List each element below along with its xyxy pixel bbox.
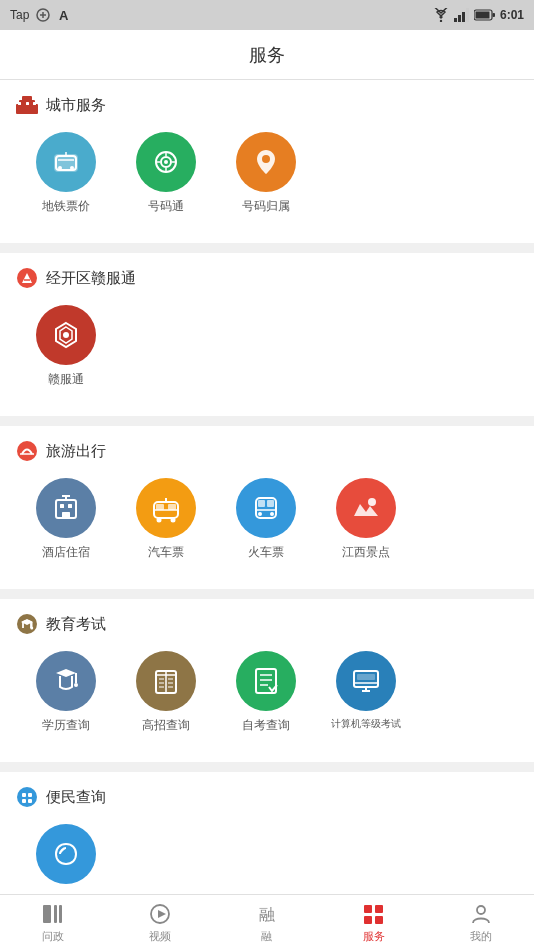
svg-rect-51 (22, 793, 26, 797)
computer-icon (350, 665, 382, 697)
phone-label: 号码通 (148, 198, 184, 215)
svg-rect-37 (258, 500, 265, 507)
list-item[interactable]: 学历查询 (16, 651, 116, 734)
svg-rect-8 (475, 12, 489, 19)
selfexam-label: 自考查询 (242, 717, 290, 734)
list-item[interactable] (16, 824, 116, 890)
person-icon (469, 902, 493, 926)
train-icon-circle (236, 478, 296, 538)
svg-point-19 (70, 166, 74, 170)
nav-item-wenzheng[interactable]: 问政 (0, 895, 107, 950)
section-education-header: 教育考试 (0, 599, 534, 645)
section-city-header: 城市服务 (0, 80, 534, 126)
svg-rect-43 (31, 622, 33, 627)
svg-point-34 (157, 518, 162, 523)
bus-icon-circle (136, 478, 196, 538)
ganfu-label: 赣服通 (48, 371, 84, 388)
education-grid: 学历查询 高招查询 (0, 645, 534, 762)
jingkai-section-title: 经开区赣服通 (46, 269, 136, 288)
svg-rect-13 (18, 102, 21, 105)
degree-label: 学历查询 (42, 717, 90, 734)
list-item[interactable]: 高招查询 (116, 651, 216, 734)
jingkai-section-icon (16, 267, 38, 289)
list-item[interactable]: 酒店住宿 (16, 478, 116, 561)
svg-rect-6 (466, 8, 469, 22)
metro-icon-circle (36, 132, 96, 192)
nav-label-video: 视频 (149, 929, 171, 944)
list-item[interactable]: 计算机等级考试 (316, 651, 416, 734)
svg-rect-14 (26, 102, 29, 105)
svg-rect-61 (375, 905, 383, 913)
computer-icon-circle (336, 651, 396, 711)
header: 服务 (0, 30, 534, 80)
grid-icon (362, 902, 386, 926)
location-label: 号码归属 (242, 198, 290, 215)
nav-item-fuwu[interactable]: 服务 (320, 895, 427, 950)
svg-point-39 (258, 512, 262, 516)
section-convenience: 便民查询 (0, 772, 534, 894)
section-travel: 旅游出行 酒店住宿 (0, 426, 534, 589)
svg-rect-62 (364, 916, 372, 924)
battery-icon (474, 9, 496, 21)
time: 6:01 (500, 8, 524, 22)
nav-item-video[interactable]: 视频 (107, 895, 214, 950)
scenic-icon-circle (336, 478, 396, 538)
svg-point-40 (270, 512, 274, 516)
nav-item-mine[interactable]: 我的 (427, 895, 534, 950)
city-icon (16, 96, 38, 114)
convenience-section-title: 便民查询 (46, 788, 106, 807)
svg-point-23 (262, 155, 270, 163)
education-section-icon (16, 613, 38, 635)
nav-item-rong[interactable]: 融 融 (214, 895, 321, 950)
book-icon (150, 665, 182, 697)
svg-point-22 (164, 160, 168, 164)
a-icon: A (57, 7, 73, 23)
list-item[interactable]: 号码归属 (216, 132, 316, 215)
ganfu-icon (50, 319, 82, 351)
computer-label: 计算机等级考试 (331, 717, 401, 731)
book-icon-circle (136, 651, 196, 711)
svg-point-35 (171, 518, 176, 523)
selfexam-icon (250, 665, 282, 697)
svg-rect-12 (22, 96, 32, 102)
jingkai-grid: 赣服通 (0, 299, 534, 416)
list-item[interactable]: 江西景点 (316, 478, 416, 561)
bottom-nav: 问政 视频 融 融 服务 (0, 894, 534, 950)
degree-icon (50, 665, 82, 697)
svg-rect-54 (28, 799, 32, 803)
location-icon-circle (236, 132, 296, 192)
convenience-item-icon-circle (36, 824, 96, 884)
wifi-icon (432, 8, 450, 22)
section-jingkai-header: 经开区赣服通 (0, 253, 534, 299)
list-item[interactable]: 火车票 (216, 478, 316, 561)
column-icon (41, 902, 65, 926)
rong-icon: 融 (255, 902, 279, 926)
signal-icon (454, 8, 470, 22)
hotel-icon-circle (36, 478, 96, 538)
svg-rect-9 (492, 13, 495, 17)
scenic-label: 江西景点 (342, 544, 390, 561)
svg-rect-32 (156, 504, 164, 510)
svg-rect-57 (59, 905, 62, 923)
status-bar: Tap A 6:01 (0, 0, 534, 30)
list-item[interactable]: 赣服通 (16, 305, 116, 388)
list-item[interactable]: 汽车票 (116, 478, 216, 561)
list-item[interactable]: 号码通 (116, 132, 216, 215)
travel-section-icon (16, 440, 38, 462)
list-item[interactable]: 地铁票价 (16, 132, 116, 215)
hotel-label: 酒店住宿 (42, 544, 90, 561)
svg-point-25 (63, 332, 69, 338)
book-label: 高招查询 (142, 717, 190, 734)
convenience-icon (16, 786, 38, 808)
location-icon (250, 146, 282, 178)
list-item[interactable]: 自考查询 (216, 651, 316, 734)
play-icon (148, 902, 172, 926)
tap-icon (35, 7, 51, 23)
svg-rect-52 (28, 793, 32, 797)
phone-icon-circle (136, 132, 196, 192)
svg-rect-38 (267, 500, 274, 507)
svg-rect-30 (62, 512, 70, 518)
hotel-icon (50, 492, 82, 524)
metro-icon (50, 146, 82, 178)
svg-rect-49 (357, 674, 375, 680)
